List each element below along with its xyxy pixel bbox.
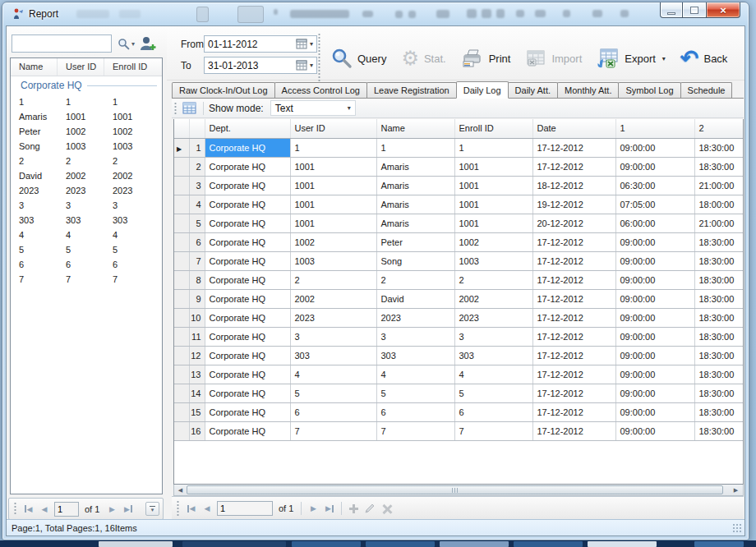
tab-daily-log[interactable]: Daily Log bbox=[456, 81, 509, 99]
grid-cell[interactable]: 09:00:00 bbox=[615, 384, 694, 402]
grid-cell[interactable]: 18:30:00 bbox=[694, 289, 744, 308]
grid-cell[interactable]: 09:00:00 bbox=[615, 270, 694, 289]
grid-cell[interactable]: Corporate HQ bbox=[205, 195, 290, 214]
grid-cell[interactable]: 09:00:00 bbox=[615, 421, 694, 440]
grid-cell[interactable]: 1001 bbox=[454, 157, 532, 176]
grid-cell[interactable]: Amaris bbox=[376, 214, 454, 232]
tab-daily-att-[interactable]: Daily Att. bbox=[508, 82, 558, 98]
grid-cell[interactable]: 21:00:00 bbox=[694, 214, 744, 232]
grid-cell[interactable]: 1003 bbox=[290, 251, 376, 270]
next-page-button[interactable]: ▶ bbox=[105, 502, 118, 517]
grid-cell[interactable]: 17-12-2012 bbox=[532, 138, 615, 157]
grid-first-page-button[interactable]: ◀ bbox=[184, 501, 197, 516]
grid-cell[interactable]: Amaris bbox=[376, 176, 454, 195]
grid-cell[interactable]: Corporate HQ bbox=[205, 384, 290, 402]
grid-view-button[interactable] bbox=[180, 100, 198, 117]
column-header-name[interactable]: Name bbox=[11, 58, 58, 76]
grid-cell[interactable]: 18:30:00 bbox=[694, 384, 744, 402]
person-row[interactable]: Amaris10011001 bbox=[11, 109, 162, 124]
prev-page-button[interactable]: ◀ bbox=[38, 502, 51, 517]
grid-cell[interactable]: 2 bbox=[454, 270, 532, 289]
grid-cell[interactable]: Amaris bbox=[376, 195, 454, 214]
person-row[interactable]: 444 bbox=[11, 228, 162, 242]
grid-cell[interactable]: 09:00:00 bbox=[615, 289, 694, 308]
print-button[interactable]: Print bbox=[454, 39, 519, 78]
row-selector-cell[interactable] bbox=[174, 251, 189, 270]
grid-cell[interactable]: 2023 bbox=[454, 308, 532, 327]
grid-next-page-button[interactable]: ▶ bbox=[307, 501, 320, 516]
person-row[interactable]: 202320232023 bbox=[11, 183, 162, 198]
grid-cell[interactable]: 17-12-2012 bbox=[532, 308, 615, 327]
person-row[interactable]: David20022002 bbox=[11, 168, 162, 183]
taskbar-button[interactable] bbox=[366, 541, 435, 547]
grid-cell[interactable]: 1001 bbox=[454, 195, 532, 214]
row-selector-cell[interactable]: ▶ bbox=[174, 138, 189, 157]
row-selector-cell[interactable] bbox=[174, 308, 189, 327]
grid-cell[interactable]: 1001 bbox=[290, 176, 376, 195]
grid-cell[interactable]: Corporate HQ bbox=[205, 402, 290, 421]
taskbar-button[interactable] bbox=[440, 541, 509, 547]
grid-cell[interactable]: 6 bbox=[376, 402, 454, 421]
grid-cell[interactable]: Corporate HQ bbox=[205, 327, 290, 346]
grid-cell[interactable]: Corporate HQ bbox=[205, 308, 290, 327]
delete-row-button[interactable] bbox=[380, 501, 393, 516]
grid-cell[interactable]: 1001 bbox=[290, 157, 376, 176]
grid-cell[interactable]: 07:05:00 bbox=[615, 195, 694, 214]
grid-cell[interactable]: 7 bbox=[454, 421, 532, 440]
grid-cell[interactable]: Amaris bbox=[376, 157, 454, 176]
column-header-user-id[interactable]: User ID bbox=[58, 58, 104, 76]
scroll-left-arrow[interactable]: ◀ bbox=[174, 485, 187, 495]
header-user-id[interactable]: User ID bbox=[290, 119, 376, 138]
grid-cell[interactable]: 7 bbox=[290, 421, 376, 440]
grid-cell[interactable]: 18:30:00 bbox=[694, 308, 744, 327]
tab-access-control-log[interactable]: Access Control Log bbox=[274, 82, 367, 98]
grid-cell[interactable]: 18:30:00 bbox=[694, 157, 744, 176]
from-date-caret[interactable]: ▾ bbox=[310, 40, 313, 48]
tab-schedule[interactable]: Schedule bbox=[680, 82, 733, 98]
tab-leave-registration[interactable]: Leave Registration bbox=[366, 82, 457, 98]
row-selector-cell[interactable] bbox=[174, 232, 189, 251]
taskbar-button[interactable] bbox=[292, 541, 361, 547]
person-row[interactable]: Peter10021002 bbox=[11, 124, 162, 139]
grid-cell[interactable]: 303 bbox=[290, 346, 376, 365]
export-button[interactable]: Export ▾ bbox=[589, 39, 673, 78]
first-page-button[interactable]: ◀ bbox=[21, 502, 35, 517]
grid-cell[interactable]: 1 bbox=[290, 138, 376, 157]
grid-cell[interactable]: 09:00:00 bbox=[615, 365, 694, 384]
grid-cell[interactable]: 17-12-2012 bbox=[532, 232, 615, 251]
department-group-row[interactable]: Corporate HQ bbox=[11, 76, 162, 94]
grid-cell[interactable]: Corporate HQ bbox=[205, 365, 290, 384]
grid-cell[interactable]: 7 bbox=[376, 421, 454, 440]
row-selector-cell[interactable] bbox=[174, 270, 189, 289]
export-dropdown-caret[interactable]: ▾ bbox=[662, 55, 666, 62]
grid-cell[interactable]: 3 bbox=[290, 327, 376, 346]
grid-cell[interactable]: Corporate HQ bbox=[205, 157, 290, 176]
grid-cell[interactable]: 09:00:00 bbox=[615, 251, 694, 270]
grid-prev-page-button[interactable]: ◀ bbox=[201, 501, 214, 516]
row-selector-cell[interactable] bbox=[174, 289, 189, 308]
header-date[interactable]: Date bbox=[532, 119, 615, 138]
grid-cell[interactable]: 1002 bbox=[454, 232, 532, 251]
grid-cell[interactable]: 2002 bbox=[290, 289, 376, 308]
tab-symbol-log[interactable]: Symbol Log bbox=[618, 82, 680, 98]
grid-cell[interactable]: 09:00:00 bbox=[615, 232, 694, 251]
header-dept[interactable]: Dept. bbox=[205, 119, 290, 138]
grid-cell[interactable]: 18:30:00 bbox=[694, 346, 744, 365]
header-name[interactable]: Name bbox=[376, 119, 454, 138]
grid-cell[interactable]: 4 bbox=[376, 365, 454, 384]
grid-cell[interactable]: 18:30:00 bbox=[694, 232, 744, 251]
grid-cell[interactable]: 18-12-2012 bbox=[532, 176, 615, 195]
to-date-caret[interactable]: ▾ bbox=[310, 62, 313, 69]
grid-cell[interactable]: 18:30:00 bbox=[694, 270, 744, 289]
grid-cell[interactable]: Corporate HQ bbox=[205, 251, 290, 270]
grid-horizontal-scrollbar[interactable]: ◀ ▶ bbox=[173, 485, 744, 496]
grid-cell[interactable]: 09:00:00 bbox=[615, 308, 694, 327]
grid-cell[interactable]: Peter bbox=[376, 232, 454, 251]
person-row[interactable]: 222 bbox=[11, 154, 162, 168]
edit-row-button[interactable] bbox=[363, 501, 376, 516]
grid-cell[interactable]: Corporate HQ bbox=[205, 176, 290, 195]
page-number-input[interactable] bbox=[54, 502, 79, 517]
grid-cell[interactable]: Corporate HQ bbox=[205, 421, 290, 440]
from-date-picker[interactable]: 01-11-2012 ▾ bbox=[204, 35, 317, 53]
grid-cell[interactable]: 5 bbox=[376, 384, 454, 402]
